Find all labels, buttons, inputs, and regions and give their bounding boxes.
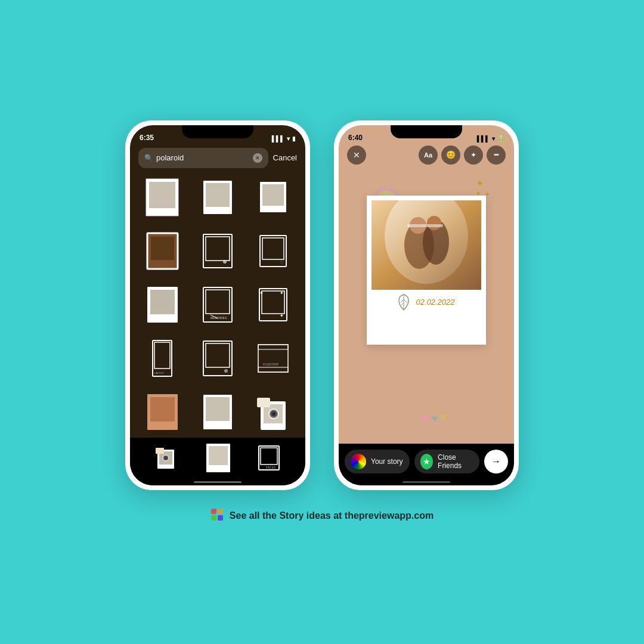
svg-rect-74 xyxy=(407,224,443,227)
sticker-item-9[interactable]: ✦ ✦ ✦ xyxy=(246,279,299,330)
hearts-area[interactable]: ♥ ♥ ♥ xyxy=(422,410,446,426)
filmstrip-sticker: FILMSTRIP xyxy=(257,343,289,373)
svg-rect-81 xyxy=(218,509,223,514)
search-input-box[interactable]: 🔍 polaroid ✕ xyxy=(138,148,268,168)
svg-rect-64 xyxy=(209,446,228,465)
close-friends-btn[interactable]: ★ Close Friends xyxy=(414,450,479,473)
watermark: See all the Story ideas at thepreviewapp… xyxy=(210,508,434,524)
svg-point-57 xyxy=(273,413,275,415)
svg-text:LAYOUT: LAYOUT xyxy=(154,371,164,374)
svg-rect-39 xyxy=(280,345,283,349)
more-icon: ••• xyxy=(494,151,499,158)
svg-rect-4 xyxy=(206,183,230,207)
sticker-tool-btn[interactable]: 😊 xyxy=(441,145,460,165)
heart-pink-icon: ♥ xyxy=(422,410,429,426)
svg-rect-13 xyxy=(262,238,284,259)
phone2-notch xyxy=(391,125,462,138)
peach-polaroid-sticker xyxy=(146,393,179,431)
polaroid-tall-sticker: LAYOUT xyxy=(151,339,173,377)
close-icon: ✕ xyxy=(353,150,360,160)
sticker-item-14[interactable] xyxy=(191,386,244,438)
svg-point-31 xyxy=(224,369,228,373)
phone2-time: 6:40 xyxy=(348,134,363,142)
phone2-status-icons: ▌▌▌ ▾ 🔋 xyxy=(477,135,504,142)
phone1-home-indicator xyxy=(194,481,242,483)
svg-rect-43 xyxy=(270,368,273,371)
cancel-btn[interactable]: Cancel xyxy=(273,153,297,162)
svg-text:FILMSTRIP: FILMSTRIP xyxy=(263,363,279,366)
sticker-item-12[interactable]: FILMSTRIP xyxy=(246,333,299,384)
close-story-btn[interactable]: ✕ xyxy=(347,145,366,165)
svg-rect-44 xyxy=(275,368,278,371)
svg-rect-45 xyxy=(280,368,283,371)
sticker-item-1[interactable] xyxy=(136,172,189,223)
sticker-item-2[interactable] xyxy=(191,172,244,223)
tray-small-sticker[interactable]: FACES xyxy=(258,445,280,471)
svg-rect-6 xyxy=(262,184,284,206)
svg-text:MEMORIES: MEMORIES xyxy=(210,316,227,320)
svg-rect-42 xyxy=(265,368,268,371)
sticker-item-8[interactable]: MEMORIES xyxy=(191,279,244,330)
polaroid-sticker-2 xyxy=(202,179,233,215)
main-container: 6:35 ▌▌▌ ▾ ▮ 🔍 polaroid ✕ xyxy=(0,0,644,644)
svg-rect-9 xyxy=(203,234,232,268)
svg-text:✦: ✦ xyxy=(259,290,264,296)
polaroid-sticker-3 xyxy=(259,181,287,213)
polaroid-sticker-7 xyxy=(146,286,179,324)
svg-rect-60 xyxy=(156,448,164,454)
svg-rect-10 xyxy=(206,237,230,261)
sticker-item-5[interactable] xyxy=(191,225,244,277)
svg-rect-38 xyxy=(275,345,278,349)
sticker-item-4[interactable] xyxy=(136,225,189,277)
wifi-icon: ▾ xyxy=(287,135,290,142)
battery-icon: ▮ xyxy=(292,135,296,142)
arrow-icon: → xyxy=(491,456,501,467)
phones-container: 6:35 ▌▌▌ ▾ ▮ 🔍 polaroid ✕ xyxy=(125,120,519,490)
tray-polaroid-sticker[interactable] xyxy=(205,442,231,473)
search-icon: 🔍 xyxy=(144,154,153,162)
polaroid-sticker-14 xyxy=(202,394,233,431)
phone1-screen: 6:35 ▌▌▌ ▾ ▮ 🔍 polaroid ✕ xyxy=(130,125,305,485)
text-icon: Aa xyxy=(424,151,432,159)
polaroid-memories-sticker: MEMORIES xyxy=(202,286,233,323)
tray-camera-sticker[interactable] xyxy=(155,445,179,471)
text-tool-btn[interactable]: Aa xyxy=(419,145,438,165)
signal-icon: ▌▌▌ xyxy=(272,135,284,142)
sticker-item-11[interactable] xyxy=(191,333,244,384)
sticker-item-10[interactable]: LAYOUT xyxy=(136,333,189,384)
phone2-screen: 6:40 ▌▌▌ ▾ 🔋 ✕ xyxy=(339,125,514,485)
search-bar-area[interactable]: 🔍 polaroid ✕ Cancel xyxy=(130,144,305,172)
your-story-btn[interactable]: Your story xyxy=(345,450,410,473)
share-arrow-btn[interactable]: → xyxy=(484,450,508,473)
phone2-inner: 6:40 ▌▌▌ ▾ 🔋 ✕ xyxy=(339,125,514,485)
search-clear-btn[interactable]: ✕ xyxy=(253,153,262,163)
svg-rect-46 xyxy=(284,368,287,371)
phone2: 6:40 ▌▌▌ ▾ 🔋 ✕ xyxy=(334,120,519,490)
more-tool-btn[interactable]: ••• xyxy=(487,145,506,165)
svg-rect-51 xyxy=(206,397,230,421)
watermark-icon xyxy=(210,508,224,524)
sticker-item-3[interactable] xyxy=(246,172,299,223)
svg-line-76 xyxy=(401,299,404,302)
polaroid-photo-frame[interactable]: 02.02.2022 xyxy=(367,196,486,345)
svg-point-62 xyxy=(164,456,168,460)
story-bottom-bar: Your story ★ Close Friends → xyxy=(339,444,514,485)
svg-rect-36 xyxy=(265,345,268,349)
sticker-item-6[interactable]: ♡ xyxy=(246,225,299,277)
sticker-item-13[interactable] xyxy=(136,386,189,438)
story-toolbar: ✕ Aa 😊 ✦ xyxy=(339,143,514,167)
polaroid-sticker-11 xyxy=(202,340,233,377)
svg-rect-54 xyxy=(257,398,270,407)
close-friends-label: Close Friends xyxy=(438,453,473,470)
svg-rect-30 xyxy=(206,343,230,367)
sticker-grid: ♡ xyxy=(136,172,299,438)
svg-rect-16 xyxy=(150,290,175,314)
sticker-icon: 😊 xyxy=(446,150,456,159)
sticker-item-15[interactable] xyxy=(246,386,299,438)
phone1: 6:35 ▌▌▌ ▾ ▮ 🔍 polaroid ✕ xyxy=(125,120,310,490)
story-avatar xyxy=(351,454,366,469)
effects-tool-btn[interactable]: ✦ xyxy=(464,145,483,165)
svg-point-73 xyxy=(427,216,441,230)
sticker-item-7[interactable] xyxy=(136,279,189,330)
svg-text:♡: ♡ xyxy=(280,260,284,265)
